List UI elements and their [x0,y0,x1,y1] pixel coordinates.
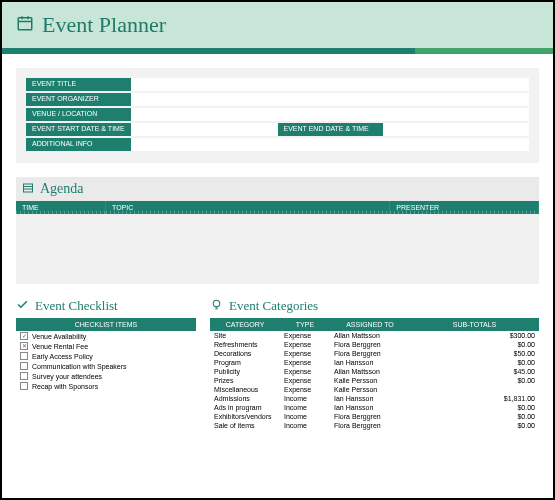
checklist-row[interactable]: Recap with Sponsors [16,381,196,391]
checklist-item-label: Early Access Policy [32,353,93,360]
cell-type: Expense [280,377,330,384]
svg-rect-0 [18,17,32,29]
cell-assigned: Ian Hansson [330,359,410,366]
cell-assigned: Kalle Persson [330,386,410,393]
checklist-row[interactable]: ✕Venue Rental Fee [16,341,196,351]
cell-type: Income [280,413,330,420]
cell-type: Expense [280,359,330,366]
cell-type: Expense [280,341,330,348]
categories-col-type: TYPE [280,318,330,331]
cell-subtotal: $45.00 [410,368,539,375]
cell-category: Miscellaneous [210,386,280,393]
cell-category: Program [210,359,280,366]
checklist-table-header: CHECKLIST ITEMS [16,318,196,331]
categories-section: Event Categories CATEGORY TYPE ASSIGNED … [210,298,539,430]
cell-category: Ads in program [210,404,280,411]
cell-subtotal: $0.00 [410,413,539,420]
cell-type: Income [280,395,330,402]
cell-assigned: Ian Hansson [330,395,410,402]
agenda-table-body[interactable] [16,214,539,284]
event-organizer-label: EVENT ORGANIZER [26,93,131,106]
category-row[interactable]: MiscellaneousExpenseKalle Persson [210,385,539,394]
categories-table-header: CATEGORY TYPE ASSIGNED TO SUB-TOTALS [210,318,539,331]
cell-subtotal: $0.00 [410,377,539,384]
cell-subtotal: $50.00 [410,350,539,357]
category-row[interactable]: PublicityExpenseAllan Mattsson$45.00 [210,367,539,376]
cell-subtotal: $0.00 [410,404,539,411]
agenda-table-header: TIME TOPIC PRESENTER [16,201,539,214]
event-organizer-input[interactable] [131,93,529,106]
category-row[interactable]: AdmissionsIncomeIan Hansson$1,831.00 [210,394,539,403]
cell-assigned: Ian Hansson [330,404,410,411]
category-row[interactable]: Ads in programIncomeIan Hansson$0.00 [210,403,539,412]
checklist-row[interactable]: Communication with Speakers [16,361,196,371]
cell-category: Publicity [210,368,280,375]
cell-type: Expense [280,332,330,339]
checklist-item-label: Venue Rental Fee [32,343,88,350]
categories-heading: Event Categories [229,298,318,314]
agenda-col-time: TIME [16,201,106,214]
checklist-item-label: Communication with Speakers [32,363,127,370]
agenda-col-presenter: PRESENTER [390,201,539,214]
category-row[interactable]: Exhibitors/vendorsIncomeFlora Berggren$0… [210,412,539,421]
categories-col-category: CATEGORY [210,318,280,331]
cell-assigned: Flora Berggren [330,350,410,357]
checklist-section: Event Checklist CHECKLIST ITEMS ✓Venue A… [16,298,196,430]
svg-rect-4 [24,184,33,192]
checklist-row[interactable]: ✓Venue Availability [16,331,196,341]
venue-input[interactable] [131,108,529,121]
cell-category: Sale of items [210,422,280,429]
cell-type: Income [280,422,330,429]
additional-info-input[interactable] [131,138,529,151]
checkbox[interactable] [20,352,28,360]
checkbox[interactable] [20,362,28,370]
categories-col-subtotals: SUB-TOTALS [410,318,539,331]
category-row[interactable]: RefreshmentsExpenseFlora Berggren$0.00 [210,340,539,349]
checkbox[interactable] [20,382,28,390]
cell-category: Exhibitors/vendors [210,413,280,420]
checkbox[interactable] [20,372,28,380]
cell-assigned: Flora Berggren [330,422,410,429]
checklist-item-label: Recap with Sponsors [32,383,98,390]
accent-bar [2,48,553,54]
checklist-item-label: Survey your attendees [32,373,102,380]
checkbox[interactable]: ✓ [20,332,28,340]
category-row[interactable]: PrizesExpenseKalle Persson$0.00 [210,376,539,385]
event-details-panel: EVENT TITLE EVENT ORGANIZER VENUE / LOCA… [16,68,539,163]
category-row[interactable]: DecorationsExpenseFlora Berggren$50.00 [210,349,539,358]
cell-subtotal: $0.00 [410,359,539,366]
cell-type: Income [280,404,330,411]
category-row[interactable]: Sale of itemsIncomeFlora Berggren$0.00 [210,421,539,430]
end-date-input[interactable] [383,123,530,136]
checklist-item-label: Venue Availability [32,333,86,340]
cell-category: Decorations [210,350,280,357]
agenda-section-header: Agenda [16,177,539,201]
category-row[interactable]: ProgramExpenseIan Hansson$0.00 [210,358,539,367]
checklist-heading: Event Checklist [35,298,118,314]
agenda-table: TIME TOPIC PRESENTER [16,201,539,284]
cell-assigned: Flora Berggren [330,341,410,348]
cell-subtotal: $0.00 [410,341,539,348]
category-row[interactable]: SiteExpenseAllan Mattsson$300.00 [210,331,539,340]
checklist-row[interactable]: Survey your attendees [16,371,196,381]
cell-assigned: Kalle Persson [330,377,410,384]
event-title-input[interactable] [131,78,529,91]
page-title: Event Planner [42,12,166,38]
page-header: Event Planner [2,2,553,48]
venue-label: VENUE / LOCATION [26,108,131,121]
cell-subtotal: $1,831.00 [410,395,539,402]
calendar-icon [16,14,34,37]
checklist-row[interactable]: Early Access Policy [16,351,196,361]
cell-assigned: Allan Mattsson [330,368,410,375]
cell-type: Expense [280,386,330,393]
cell-assigned: Flora Berggren [330,413,410,420]
checkbox[interactable]: ✕ [20,342,28,350]
end-date-label: EVENT END DATE & TIME [278,123,383,136]
start-date-input[interactable] [131,123,278,136]
cell-type: Expense [280,350,330,357]
bulb-icon [210,298,223,314]
categories-body: SiteExpenseAllan Mattsson$300.00Refreshm… [210,331,539,430]
cell-type: Expense [280,368,330,375]
cell-category: Prizes [210,377,280,384]
agenda-col-topic: TOPIC [106,201,390,214]
